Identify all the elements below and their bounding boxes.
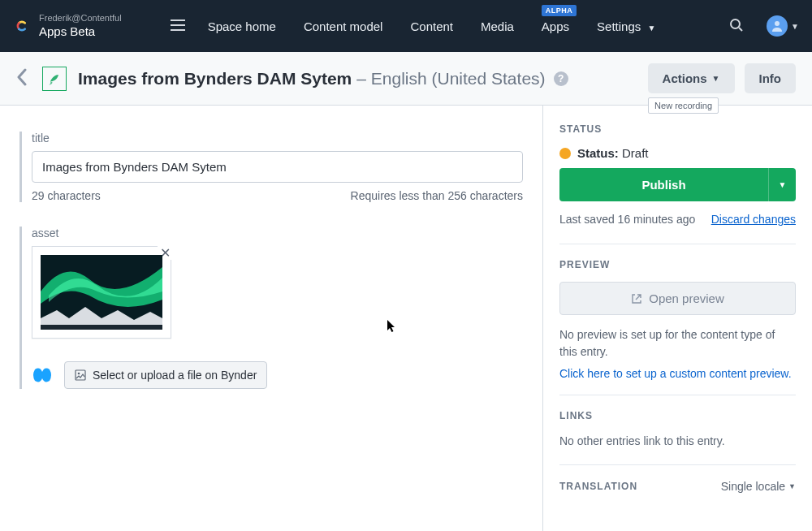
select-upload-label: Select or upload a file on Bynder [93,369,257,382]
asset-card[interactable]: ✕ [32,246,171,339]
avatar-icon [767,15,788,37]
primary-nav: Space home Content model Content Media A… [208,19,656,33]
info-button[interactable]: Info [745,63,797,93]
links-heading: LINKS [559,410,796,421]
publish-menu-button[interactable]: ▼ [768,168,796,201]
chevron-down-icon: ▼ [791,22,799,31]
org-name: Frederik@Contentful [39,13,122,24]
chevron-down-icon: ▼ [712,74,720,83]
help-icon[interactable]: ? [554,71,568,86]
translation-select[interactable]: Single locale ▼ [721,480,796,493]
divider [559,244,796,244]
space-name: Apps Beta [39,24,122,39]
field-label: title [32,132,523,145]
status-heading: STATUS [559,123,796,135]
top-nav: Frederik@Contentful Apps Beta Space home… [0,0,812,52]
nav-content-model[interactable]: Content model [304,19,383,33]
nav-settings[interactable]: Settings ▼ [597,19,655,33]
info-label: Info [759,71,782,85]
tooltip: New recording [648,97,719,114]
status-dot-icon [559,148,571,159]
actions-label: Actions [663,71,707,85]
entry-fields: title 29 characters Requires less than 2… [0,106,542,531]
entry-sidebar: STATUS Status: Draft Publish ▼ Last save… [542,106,812,531]
actions-button[interactable]: Actions ▼ [648,63,735,93]
user-menu[interactable]: ▼ [767,15,799,37]
image-icon [75,369,86,381]
space-switcher[interactable]: Frederik@Contentful Apps Beta [39,13,122,38]
chevron-down-icon: ▼ [647,24,655,32]
divider [559,464,796,465]
setup-preview-link[interactable]: Click here to set up a custom content pr… [559,367,796,380]
status-value: Draft [622,146,649,160]
contentful-logo-icon [13,17,31,35]
select-upload-button[interactable]: Select or upload a file on Bynder [64,361,267,389]
field-title: title 29 characters Requires less than 2… [19,132,523,202]
discard-changes-link[interactable]: Discard changes [711,213,796,226]
nav-content[interactable]: Content [410,19,453,33]
entry-locale: – English (United States) [356,69,545,88]
svg-point-5 [78,373,80,375]
menu-icon[interactable] [171,19,185,33]
nav-space-home[interactable]: Space home [208,19,276,33]
alpha-badge: ALPHA [542,5,577,16]
svg-point-1 [775,21,780,26]
chevron-down-icon: ▼ [779,180,787,189]
translation-heading: TRANSLATION [559,481,637,492]
field-label: asset [32,227,523,240]
translation-value: Single locale [721,480,785,493]
status-row: Status: Draft [559,146,796,160]
no-preview-text: No preview is set up for the content typ… [559,326,796,360]
nav-settings-label: Settings [597,19,641,33]
svg-rect-3 [41,325,162,330]
nav-apps[interactable]: ALPHA Apps [542,19,569,33]
preview-heading: PREVIEW [559,259,796,270]
divider [559,395,796,395]
external-link-icon [631,293,642,304]
publish-button[interactable]: Publish [559,168,768,201]
open-preview-button: Open preview [559,282,796,315]
char-limit: Requires less than 256 characters [351,189,523,202]
open-preview-label: Open preview [649,291,724,305]
links-text: No other entries link to this entry. [559,433,796,450]
char-counter: 29 characters [32,189,101,202]
field-asset: asset ✕ [19,227,523,389]
svg-point-0 [731,19,740,28]
nav-media[interactable]: Media [481,19,514,33]
main-area: title 29 characters Requires less than 2… [0,106,812,531]
asset-thumbnail [41,255,162,330]
entry-title: Images from Bynders DAM Sytem [78,69,352,88]
status-key: Status: [577,146,619,160]
entry-titlebar: Images from Bynders DAM Sytem – English … [0,52,812,106]
search-icon[interactable] [729,18,744,35]
back-button[interactable] [16,68,28,88]
bynder-logo-icon [32,366,53,384]
title-input[interactable] [32,151,523,183]
content-type-icon [42,67,67,91]
chevron-down-icon: ▼ [788,482,796,490]
nav-apps-label: Apps [542,19,569,33]
last-saved-text: Last saved 16 minutes ago [559,213,695,226]
